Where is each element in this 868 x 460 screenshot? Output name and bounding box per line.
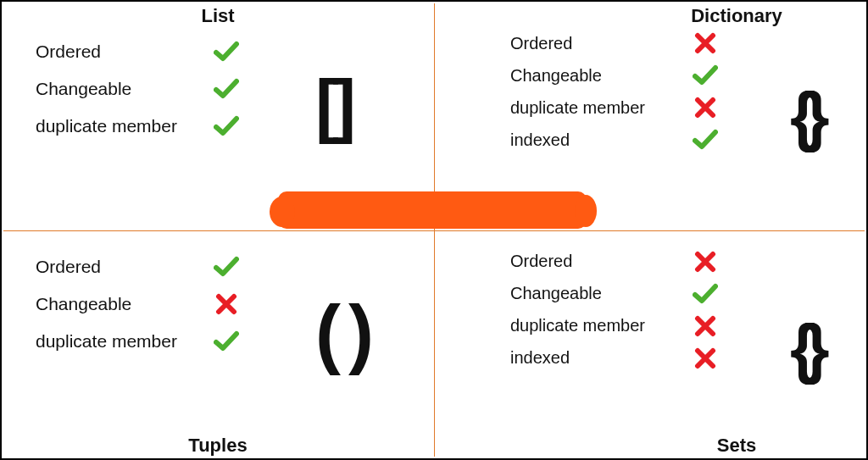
label: indexed [510, 348, 693, 368]
list-row-changeable: Changeable [36, 78, 239, 100]
tuples-row-ordered: Ordered [36, 256, 239, 278]
label: indexed [510, 130, 693, 150]
bracket-glyph: [] [315, 69, 349, 141]
check-icon [214, 78, 239, 100]
cross-icon [693, 251, 718, 273]
title-dictionary: Dictionary [607, 5, 866, 27]
tuples-row-changeable: Changeable [36, 293, 239, 315]
list-row-duplicate: duplicate member [36, 115, 239, 137]
title-sets: Sets [607, 435, 866, 457]
dict-row-changeable: Changeable [510, 64, 718, 86]
cross-icon [693, 347, 718, 369]
title-list: List [2, 5, 434, 27]
quadrant-tuples: Ordered Changeable duplicate member ( ) … [2, 230, 434, 459]
dict-row-ordered: Ordered [510, 32, 718, 54]
diagram-frame: List Ordered Changeable duplicate member… [0, 0, 868, 460]
dict-row-indexed: indexed [510, 129, 718, 151]
label: Changeable [36, 79, 214, 99]
title-tuples: Tuples [2, 435, 434, 457]
label: duplicate member [36, 331, 214, 352]
rows-sets: Ordered Changeable duplicate member inde… [510, 251, 718, 369]
check-icon [214, 256, 239, 278]
quadrant-sets: Ordered Changeable duplicate member inde… [434, 230, 866, 459]
check-icon [693, 64, 718, 86]
check-icon [214, 41, 239, 63]
dict-row-duplicate: duplicate member [510, 97, 718, 119]
sets-row-changeable: Changeable [510, 283, 718, 305]
brace-glyph: {} [790, 315, 818, 381]
label: Changeable [510, 284, 693, 303]
paren-glyph: ( ) [315, 295, 367, 371]
label: duplicate member [510, 316, 693, 335]
tuples-row-duplicate: duplicate member [36, 330, 239, 352]
label: duplicate member [510, 98, 693, 118]
check-icon [693, 283, 718, 305]
label: duplicate member [36, 116, 214, 136]
label: Changeable [36, 294, 214, 314]
label: Ordered [510, 252, 693, 271]
label: Ordered [510, 34, 693, 53]
cross-icon [693, 32, 718, 54]
sets-row-indexed: indexed [510, 347, 718, 369]
check-icon [693, 129, 718, 151]
list-row-ordered: Ordered [36, 41, 239, 63]
label: Changeable [510, 66, 693, 86]
check-icon [214, 115, 239, 137]
brace-glyph: {} [790, 83, 818, 149]
sets-row-ordered: Ordered [510, 251, 718, 273]
redaction-blob [278, 191, 587, 229]
sets-row-duplicate: duplicate member [510, 315, 718, 337]
check-icon [214, 330, 239, 352]
label: Ordered [36, 257, 214, 277]
cross-icon [693, 315, 718, 337]
rows-list: Ordered Changeable duplicate member [36, 41, 239, 137]
cross-icon [693, 97, 718, 119]
rows-tuples: Ordered Changeable duplicate member [36, 256, 239, 352]
rows-dictionary: Ordered Changeable duplicate member inde… [510, 32, 718, 151]
cross-icon [214, 293, 239, 315]
quadrant-grid: List Ordered Changeable duplicate member… [2, 2, 866, 458]
label: Ordered [36, 42, 214, 62]
